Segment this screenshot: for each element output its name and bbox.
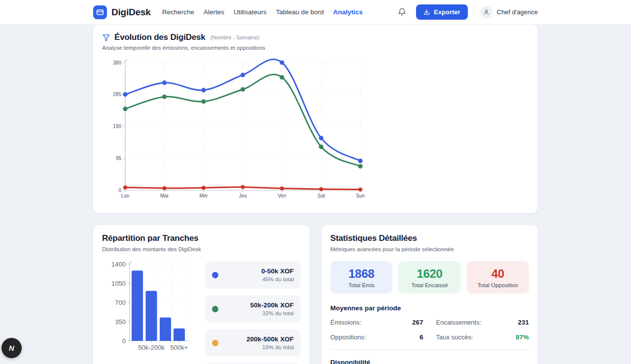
svg-text:380: 380 (113, 60, 121, 66)
stat-value: 40 (491, 267, 504, 281)
avg-value: 87% (516, 333, 529, 341)
app-name: DigiDesk (111, 7, 151, 18)
legend-dot-blue (212, 272, 218, 278)
legend-pct: 32% du total (250, 310, 294, 316)
legend-item-50k-200k[interactable]: 50k-200k XOF 32% du total (205, 295, 301, 323)
stat-boxes: 1868 Total Émis 1620 Total Encaissé 40 T… (330, 261, 529, 294)
avg-label: Oppositions: (330, 333, 366, 341)
averages-grid: Émissions: 267 Encaissements: 231 Opposi… (330, 319, 529, 341)
svg-text:1400: 1400 (111, 261, 126, 268)
nav-item-recherche[interactable]: Recherche (162, 8, 194, 16)
avg-row-taux-succes: Taux succès: 87% (436, 333, 529, 341)
stat-label: Total Encaissé (411, 282, 448, 288)
user-avatar-icon (480, 6, 492, 18)
legend-pct: 45% du total (261, 276, 294, 282)
avg-row-encaissements: Encaissements: 231 (436, 319, 529, 326)
stat-box-total-opposition: 40 Total Opposition (467, 261, 529, 294)
avg-value: 6 (420, 333, 423, 341)
user-menu[interactable]: Chef d'agence (480, 6, 538, 18)
svg-text:190: 190 (113, 124, 121, 129)
notifications-bell-icon[interactable] (395, 6, 408, 19)
avg-row-oppositions: Oppositions: 6 (330, 333, 423, 341)
svg-text:50k-200k: 50k-200k (138, 344, 165, 351)
svg-text:Lun: Lun (121, 193, 130, 199)
stat-value: 1868 (349, 267, 374, 281)
stat-box-total-emis: 1868 Total Émis (330, 261, 392, 294)
disponibilite-section-title: Disponibilité (330, 359, 529, 364)
card-logo-icon (93, 5, 107, 19)
svg-text:Sat: Sat (317, 193, 325, 199)
svg-text:Mer: Mer (199, 193, 208, 199)
legend-dot-yellow (212, 340, 218, 346)
nav-item-tableau-de-bord[interactable]: Tableau de bord (276, 8, 324, 16)
svg-text:0: 0 (122, 337, 126, 345)
avg-row-emissions: Émissions: 267 (330, 319, 423, 326)
section-divider (330, 349, 529, 350)
stat-label: Total Émis (349, 282, 375, 288)
legend-item-0-50k[interactable]: 0-50k XOF 45% du total (205, 261, 301, 289)
main-nav: Recherche Alertes Utilisateurs Tableau d… (162, 8, 363, 16)
statistics-card-title: Statistiques Détaillées (330, 233, 529, 243)
legend-label: 0-50k XOF (261, 267, 294, 275)
legend-dot-green (212, 306, 218, 312)
svg-text:95: 95 (116, 156, 122, 161)
stat-value: 1620 (417, 267, 442, 281)
repartition-card: Répartition par Tranches Distribution de… (93, 225, 310, 364)
svg-text:1050: 1050 (111, 280, 126, 287)
svg-text:350: 350 (115, 318, 126, 326)
top-navbar: DigiDesk Recherche Alertes Utilisateurs … (0, 0, 631, 25)
nav-item-analytics[interactable]: Analytics (333, 8, 363, 16)
svg-text:500k+: 500k+ (171, 344, 188, 351)
svg-text:Ven: Ven (278, 193, 286, 199)
averages-section-title: Moyennes par période (330, 304, 529, 312)
stat-box-total-encaisse: 1620 Total Encaissé (398, 261, 460, 294)
avg-value: 267 (412, 319, 423, 326)
export-button-label: Exporter (434, 8, 460, 16)
main-content: Évolution des DigiDesk (Nombre - Semaine… (93, 25, 538, 364)
export-button[interactable]: Exporter (416, 4, 467, 20)
nav-divider (473, 7, 474, 18)
repartition-legend: 0-50k XOF 45% du total 50k-200k XOF 32% … (205, 261, 301, 364)
avg-value: 231 (518, 319, 529, 326)
legend-pct: 15% du total (246, 344, 294, 350)
avg-label: Émissions: (330, 319, 361, 326)
nav-item-alertes[interactable]: Alertes (204, 8, 224, 16)
svg-text:700: 700 (115, 299, 126, 306)
evolution-chart-card: Évolution des DigiDesk (Nombre - Semaine… (93, 25, 538, 213)
legend-label: 200k-500k XOF (246, 335, 294, 343)
avg-label: Taux succès: (436, 333, 473, 341)
legend-item-200k-500k[interactable]: 200k-500k XOF 15% du total (205, 329, 301, 357)
statistics-card: Statistiques Détaillées Métriques avancé… (321, 225, 538, 364)
svg-text:Jeu: Jeu (239, 193, 246, 199)
svg-text:285: 285 (113, 92, 121, 97)
svg-text:Mar: Mar (160, 193, 169, 199)
user-role-label: Chef d'agence (497, 8, 538, 16)
legend-label: 50k-200k XOF (250, 301, 294, 309)
nav-item-utilisateurs[interactable]: Utilisateurs (234, 8, 267, 16)
download-icon (423, 9, 430, 15)
avg-label: Encaissements: (436, 319, 482, 326)
stat-label: Total Opposition (478, 282, 518, 288)
svg-text:0: 0 (118, 188, 121, 193)
evolution-line-chart[interactable]: 095190285380LunMarMerJeuVenSatSun (93, 25, 538, 213)
svg-text:Sun: Sun (356, 193, 365, 199)
app-logo[interactable]: DigiDesk (93, 5, 151, 19)
statistics-card-subtitle: Métriques avancées pour la période sélec… (330, 246, 529, 252)
nextjs-devtools-badge[interactable]: N (1, 338, 22, 358)
